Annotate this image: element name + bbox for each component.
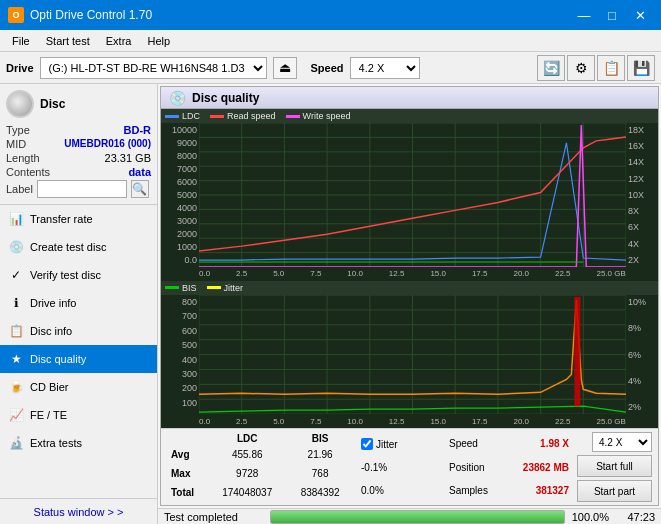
max-label: Max: [167, 464, 207, 483]
cd-bier-icon: 🍺: [8, 379, 24, 395]
sidebar-item-verify-test-disc[interactable]: ✓ Verify test disc: [0, 261, 157, 289]
sidebar-item-drive-info[interactable]: ℹ Drive info: [0, 289, 157, 317]
refresh-button[interactable]: 🔄: [537, 55, 565, 81]
svg-rect-45: [574, 297, 580, 406]
stats-section: LDC BIS Avg 455.86 21.96 Max 9728: [161, 428, 658, 505]
status-window-button[interactable]: Status window > >: [0, 498, 157, 524]
progress-bar-container: [270, 510, 565, 524]
samples-label: Samples: [449, 485, 488, 496]
disc-quality-panel: 💿 Disc quality LDC Read speed: [160, 86, 659, 506]
legend-write-speed: Write speed: [286, 111, 351, 121]
drive-bar: Drive (G:) HL-DT-ST BD-RE WH16NS48 1.D3 …: [0, 52, 661, 84]
sidebar-item-cd-bier[interactable]: 🍺 CD Bier: [0, 373, 157, 401]
sidebar-item-extra-tests[interactable]: 🔬 Extra tests: [0, 429, 157, 457]
avg-bis: 21.96: [287, 445, 353, 464]
save-button[interactable]: 💾: [627, 55, 655, 81]
avg-label: Avg: [167, 445, 207, 464]
disc-label-label: Label: [6, 183, 33, 195]
disc-label-input[interactable]: [37, 180, 127, 198]
speed-info-section: Speed 1.98 X Position 23862 MB Samples 3…: [449, 432, 569, 502]
status-text: Test completed: [164, 511, 264, 523]
disc-label-btn[interactable]: 🔍: [131, 180, 149, 198]
window-title: Opti Drive Control 1.70: [30, 8, 152, 22]
maximize-button[interactable]: □: [599, 4, 625, 26]
speed-label: Speed: [449, 438, 478, 449]
sidebar-item-label: Transfer rate: [30, 213, 93, 225]
jitter-label: Jitter: [376, 439, 398, 450]
sidebar-item-label: Verify test disc: [30, 269, 101, 281]
progress-bar-fill: [271, 511, 564, 523]
legend-read-label: Read speed: [227, 111, 276, 121]
fe-te-icon: 📈: [8, 407, 24, 423]
position-value: 23862 MB: [523, 462, 569, 473]
jitter-checkbox[interactable]: [361, 438, 373, 450]
disc-length-label: Length: [6, 152, 40, 164]
disc-contents-value: data: [128, 166, 151, 178]
disc-icon: [6, 90, 34, 118]
legend-jitter: Jitter: [207, 283, 244, 293]
eject-button[interactable]: ⏏: [273, 57, 297, 79]
samples-value: 381327: [536, 485, 569, 496]
legend-ldc-label: LDC: [182, 111, 200, 121]
legend-read-speed: Read speed: [210, 111, 276, 121]
speed-value: 1.98 X: [540, 438, 569, 449]
sidebar-item-fe-te[interactable]: 📈 FE / TE: [0, 401, 157, 429]
col-ldc: LDC: [207, 432, 287, 445]
sidebar-item-create-test-disc[interactable]: 💿 Create test disc: [0, 233, 157, 261]
disc-contents-label: Contents: [6, 166, 50, 178]
sidebar-item-disc-quality[interactable]: ★ Disc quality: [0, 345, 157, 373]
legend-write-label: Write speed: [303, 111, 351, 121]
sidebar-item-label: Disc info: [30, 325, 72, 337]
chart1-x-axis: 0.02.55.07.510.012.515.017.520.022.525.0…: [161, 267, 658, 281]
sidebar-item-disc-info[interactable]: 📋 Disc info: [0, 317, 157, 345]
menu-bar: File Start test Extra Help: [0, 30, 661, 52]
position-label: Position: [449, 462, 485, 473]
chart2-x-axis: 0.02.55.07.510.012.515.017.520.022.525.0…: [161, 414, 658, 428]
disc-mid-label: MID: [6, 138, 26, 150]
total-ldc: 174048037: [207, 483, 287, 502]
menu-extra[interactable]: Extra: [98, 30, 140, 51]
speed-select-drive[interactable]: 4.2 X: [350, 57, 420, 79]
dq-header: 💿 Disc quality: [161, 87, 658, 109]
total-label: Total: [167, 483, 207, 502]
col-bis: BIS: [287, 432, 353, 445]
chart1-y-right: 18X 16X 14X 12X 10X 8X 6X 4X 2X: [626, 123, 658, 267]
disc-length-value: 23.31 GB: [105, 152, 151, 164]
start-part-button[interactable]: Start part: [577, 480, 652, 502]
disc-panel: Disc Type BD-R MID UMEBDR016 (000) Lengt…: [0, 84, 157, 205]
jitter-section: Jitter -0.1% 0.0%: [361, 432, 441, 502]
disc-header-label: Disc: [40, 97, 65, 111]
action-section: 4.2 X Start full Start part: [577, 432, 652, 502]
avg-jitter: -0.1%: [361, 462, 441, 473]
drive-info-icon: ℹ: [8, 295, 24, 311]
start-full-button[interactable]: Start full: [577, 455, 652, 477]
progress-pct: 100.0%: [571, 511, 609, 523]
close-button[interactable]: ✕: [627, 4, 653, 26]
stats-table: LDC BIS Avg 455.86 21.96 Max 9728: [167, 432, 353, 502]
chart2-y-right: 10% 8% 6% 4% 2%: [626, 295, 658, 414]
sidebar-item-label: Create test disc: [30, 241, 106, 253]
speed-select-quality[interactable]: 4.2 X: [592, 432, 652, 452]
extra-tests-icon: 🔬: [8, 435, 24, 451]
minimize-button[interactable]: —: [571, 4, 597, 26]
avg-ldc: 455.86: [207, 445, 287, 464]
bottom-bar: Test completed 100.0% 47:23: [158, 508, 661, 524]
verify-test-disc-icon: ✓: [8, 267, 24, 283]
title-bar: O Opti Drive Control 1.70 — □ ✕: [0, 0, 661, 30]
menu-start-test[interactable]: Start test: [38, 30, 98, 51]
dq-icon: 💿: [169, 90, 186, 106]
nav-items: 📊 Transfer rate 💿 Create test disc ✓ Ver…: [0, 205, 157, 498]
settings-button[interactable]: ⚙: [567, 55, 595, 81]
sidebar-item-transfer-rate[interactable]: 📊 Transfer rate: [0, 205, 157, 233]
copy-button[interactable]: 📋: [597, 55, 625, 81]
sidebar-item-label: Extra tests: [30, 437, 82, 449]
content-area: 💿 Disc quality LDC Read speed: [158, 84, 661, 524]
legend-bis: BIS: [165, 283, 197, 293]
drive-select[interactable]: (G:) HL-DT-ST BD-RE WH16NS48 1.D3: [40, 57, 267, 79]
menu-file[interactable]: File: [4, 30, 38, 51]
sidebar-item-label: CD Bier: [30, 381, 69, 393]
menu-help[interactable]: Help: [139, 30, 178, 51]
disc-mid-value: UMEBDR016 (000): [64, 138, 151, 150]
legend-bis-label: BIS: [182, 283, 197, 293]
disc-type-value: BD-R: [124, 124, 152, 136]
